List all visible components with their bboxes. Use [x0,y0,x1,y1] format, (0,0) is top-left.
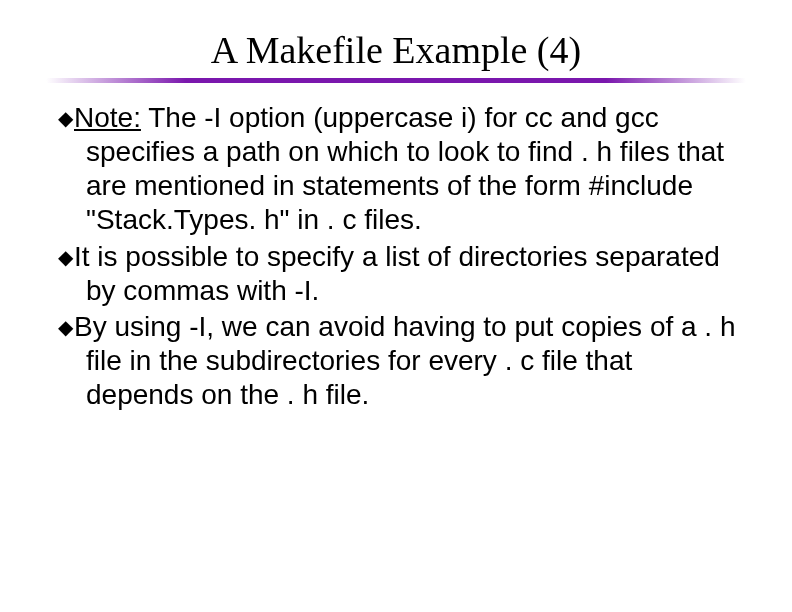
bullet-item: ◆By using -I, we can avoid having to put… [58,310,742,412]
diamond-bullet-icon: ◆ [58,247,74,267]
slide-title: A Makefile Example (4) [40,28,752,72]
bullet-text-run: The -I option (uppercase i) for cc and g… [86,102,724,235]
slide-body: ◆Note: The -I option (uppercase i) for c… [40,101,752,412]
diamond-bullet-icon: ◆ [58,317,74,337]
bullet-text-run: By using -I, we can avoid having to put … [74,311,736,410]
bullet-item: ◆It is possible to specify a list of dir… [58,240,742,308]
bullet-text-run: It is possible to specify a list of dire… [74,241,720,306]
slide: A Makefile Example (4) ◆Note: The -I opt… [0,0,792,612]
bullet-item: ◆Note: The -I option (uppercase i) for c… [58,101,742,238]
bullet-text-run: Note: [74,102,141,133]
diamond-bullet-icon: ◆ [58,108,74,128]
title-underline-rule [46,78,746,83]
